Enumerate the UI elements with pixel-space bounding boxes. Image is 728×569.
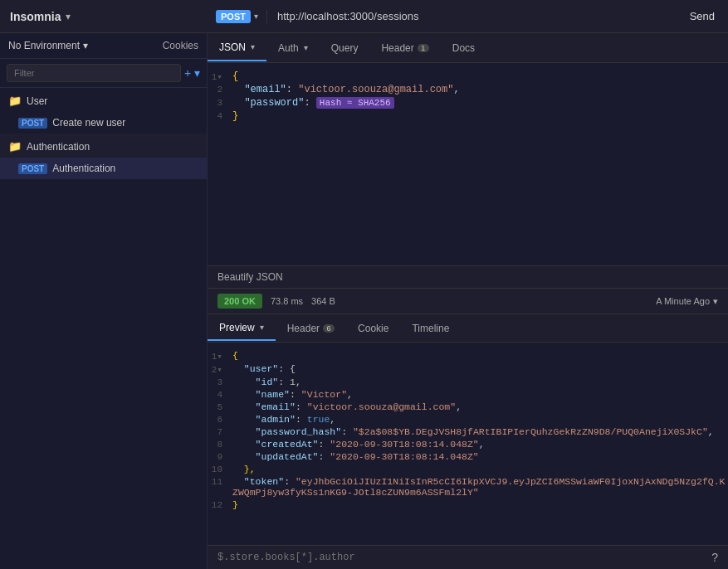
env-dropdown-icon: ▾ (83, 40, 88, 51)
resp-num-12: 12 (208, 499, 232, 510)
timestamp-dropdown-icon: ▾ (713, 296, 718, 307)
resp-line-8: 8 "createdAt": "2020-09-30T18:08:14.048Z… (208, 438, 728, 450)
line-num-4: 4 (208, 110, 232, 121)
resp-tab-timeline[interactable]: Timeline (400, 317, 461, 340)
resp-tab-header-badge: 6 (323, 324, 335, 333)
method-dropdown-button[interactable]: ▾ (254, 12, 258, 21)
tab-header[interactable]: Header 1 (369, 36, 440, 61)
user-folder-icon: 📁 (8, 95, 22, 107)
response-tabs-bar: Preview ▾ Header 6 Cookie Timeline (208, 314, 728, 343)
resp-line-9: 9 "updatedAt": "2020-09-30T18:08:14.048Z… (208, 450, 728, 463)
method-badge: POST (216, 10, 251, 23)
sidebar: No Environment ▾ Cookies + ▾ 📁 User POST… (0, 33, 208, 569)
request-tabs-bar: JSON ▾ Auth ▾ Query Header 1 Docs (208, 33, 728, 63)
beautify-button[interactable]: Beautify JSON (217, 271, 283, 283)
password-tag[interactable]: Hash ≈ SHA256 (316, 97, 394, 109)
resp-tab-preview-dropdown[interactable]: ▾ (260, 323, 264, 332)
resp-tab-preview[interactable]: Preview ▾ (208, 316, 276, 341)
line-content-2: "email": "victoor.soouza@gmail.com", (232, 84, 728, 95)
filter-input[interactable] (7, 64, 181, 82)
beautify-bar: Beautify JSON (208, 265, 728, 289)
resp-num-8: 8 (208, 439, 232, 450)
tab-json-label: JSON (219, 41, 246, 53)
sidebar-item-create-user[interactable]: POST Create new user (0, 112, 207, 134)
line-content-1: { (232, 71, 728, 82)
resp-content-8: "createdAt": "2020-09-30T18:08:14.048Z", (232, 439, 728, 450)
sidebar-section-auth: 📁 Authentication POST Authentication (0, 134, 207, 179)
resp-num-1: 1▾ (208, 350, 232, 362)
cookies-button[interactable]: Cookies (163, 40, 198, 51)
filter-row: + ▾ (0, 59, 207, 88)
user-section-header[interactable]: 📁 User (0, 88, 207, 112)
line-num-1: 1▾ (208, 71, 232, 82)
resp-line-2: 2▾ "user": { (208, 362, 728, 376)
resp-tab-cookie-label: Cookie (358, 323, 388, 334)
resp-content-10: }, (232, 464, 728, 474)
sidebar-item-authentication[interactable]: POST Authentication (0, 158, 207, 179)
line-content-3: "password": Hash ≈ SHA256 (232, 97, 728, 109)
resp-line-6: 6 "admin": true, (208, 413, 728, 426)
response-size: 364 B (311, 296, 335, 306)
resp-num-10: 10 (208, 464, 232, 474)
response-timestamp[interactable]: A Minute Ago ▾ (656, 296, 718, 307)
bottom-bar: ? (208, 545, 728, 569)
tab-auth-label: Auth (278, 42, 299, 54)
app-dropdown-button[interactable]: ▾ (66, 11, 71, 22)
tab-json-dropdown[interactable]: ▾ (251, 42, 255, 51)
env-label: No Environment (8, 40, 80, 51)
code-line-2: 2 "email": "victoor.soouza@gmail.com", (208, 83, 728, 96)
tab-query-label: Query (331, 42, 359, 54)
resp-content-6: "admin": true, (232, 414, 728, 425)
add-button[interactable]: + ▾ (184, 66, 200, 80)
resp-content-9: "updatedAt": "2020-09-30T18:08:14.048Z" (232, 451, 728, 462)
resp-num-2: 2▾ (208, 363, 232, 375)
url-bar: http://localhost:3000/sessions (267, 10, 677, 22)
resp-line-4: 4 "name": "Victor", (208, 388, 728, 401)
auth-item-label: Authentication (52, 163, 115, 174)
resp-line-5: 5 "email": "victoor.soouza@gmail.com", (208, 401, 728, 413)
resp-num-3: 3 (208, 377, 232, 387)
auth-section-header[interactable]: 📁 Authentication (0, 134, 207, 158)
environment-selector[interactable]: No Environment ▾ (8, 40, 88, 51)
resp-tab-cookie[interactable]: Cookie (346, 317, 400, 340)
app-name-label: Insomnia (10, 10, 61, 23)
tab-auth[interactable]: Auth ▾ (266, 36, 320, 61)
resp-content-2: "user": { (232, 363, 728, 374)
tab-json[interactable]: JSON ▾ (208, 35, 266, 61)
auth-method-badge: POST (18, 163, 47, 174)
help-icon[interactable]: ? (711, 551, 718, 564)
send-button[interactable]: Send (677, 10, 728, 22)
resp-content-7: "password_hash": "$2a$08$YB.DEgJVSH8jfAR… (232, 426, 728, 437)
line-content-4: } (232, 110, 728, 122)
tab-query[interactable]: Query (320, 36, 370, 61)
content-panel: JSON ▾ Auth ▾ Query Header 1 Docs 1▾ { (208, 33, 728, 569)
resp-num-9: 9 (208, 451, 232, 462)
tab-auth-dropdown[interactable]: ▾ (304, 43, 308, 52)
resp-num-7: 7 (208, 426, 232, 437)
create-user-label: Create new user (52, 117, 125, 129)
auth-folder-icon: 📁 (8, 140, 22, 153)
status-badge: 200 OK (217, 294, 262, 309)
response-status-bar: 200 OK 73.8 ms 364 B A Minute Ago ▾ (208, 289, 728, 314)
resp-line-7: 7 "password_hash": "$2a$08$YB.DEgJVSH8jf… (208, 426, 728, 438)
method-selector[interactable]: POST ▾ (208, 10, 267, 23)
create-user-method-badge: POST (18, 118, 47, 129)
timestamp-label: A Minute Ago (656, 296, 710, 306)
resp-line-1: 1▾ { (208, 349, 728, 362)
response-body: 1▾ { 2▾ "user": { 3 "id": 1, 4 "name": "… (208, 343, 728, 545)
tab-docs[interactable]: Docs (441, 36, 486, 61)
resp-num-4: 4 (208, 389, 232, 400)
resp-line-3: 3 "id": 1, (208, 376, 728, 388)
resp-tab-header[interactable]: Header 6 (276, 317, 346, 340)
resp-tab-preview-label: Preview (219, 322, 255, 333)
filter-query-input[interactable] (217, 552, 711, 563)
resp-content-3: "id": 1, (232, 377, 728, 387)
auth-section-title: Authentication (27, 141, 90, 153)
resp-line-10: 10 }, (208, 463, 728, 475)
resp-content-5: "email": "victoor.soouza@gmail.com", (232, 401, 728, 412)
resp-num-5: 5 (208, 401, 232, 412)
resp-num-11: 11 (208, 476, 232, 487)
sidebar-section-user: 📁 User POST Create new user (0, 88, 207, 134)
tab-header-label: Header (381, 42, 413, 54)
request-body-editor[interactable]: 1▾ { 2 "email": "victoor.soouza@gmail.co… (208, 63, 728, 265)
